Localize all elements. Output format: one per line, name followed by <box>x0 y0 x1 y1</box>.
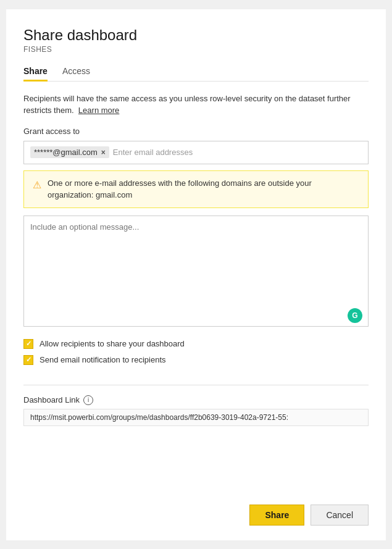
allow-share-checkbox-item: ✓ Allow recipients to share your dashboa… <box>23 339 369 349</box>
tab-access[interactable]: Access <box>62 61 90 81</box>
description-text: Recipients will have the same access as … <box>23 93 369 117</box>
tab-bar: Share Access <box>23 61 369 82</box>
checkbox-group: ✓ Allow recipients to share your dashboa… <box>23 339 369 365</box>
dashboard-link-url: https://msit.powerbi.com/groups/me/dashb… <box>23 409 369 426</box>
email-input-area[interactable]: ******@gmail.com × Enter email addresses <box>23 141 369 164</box>
dialog-footer: Share Cancel <box>23 495 369 526</box>
message-area-container: G <box>23 216 369 329</box>
checkmark-icon-2: ✓ <box>26 356 31 364</box>
cancel-button[interactable]: Cancel <box>311 505 369 526</box>
email-tag-text: ******@gmail.com <box>34 148 98 157</box>
dashboard-link-label-row: Dashboard Link i <box>23 395 369 405</box>
grant-access-label: Grant access to <box>23 127 369 136</box>
learn-more-link[interactable]: Learn more <box>78 106 119 115</box>
tab-share[interactable]: Share <box>23 61 48 81</box>
email-tag: ******@gmail.com × <box>30 146 109 158</box>
send-email-checkbox[interactable]: ✓ <box>23 355 33 365</box>
email-tag-remove-button[interactable]: × <box>101 148 106 157</box>
checkmark-icon: ✓ <box>26 340 31 348</box>
share-button[interactable]: Share <box>249 505 304 526</box>
dialog-title: Share dashboard <box>23 27 369 44</box>
divider <box>23 385 369 385</box>
send-email-label: Send email notification to recipients <box>40 355 166 364</box>
message-textarea[interactable] <box>23 216 369 327</box>
warning-text: One or more e-mail addresses with the fo… <box>48 177 359 201</box>
grammarly-icon: G <box>348 308 362 323</box>
warning-triangle-icon: ⚠ <box>33 178 41 193</box>
send-email-checkbox-item: ✓ Send email notification to recipients <box>23 355 369 365</box>
allow-share-label: Allow recipients to share your dashboard <box>40 339 185 348</box>
warning-box: ⚠ One or more e-mail addresses with the … <box>23 170 369 208</box>
allow-share-checkbox[interactable]: ✓ <box>23 339 33 349</box>
dashboard-link-section: Dashboard Link i https://msit.powerbi.co… <box>23 395 369 426</box>
info-icon[interactable]: i <box>83 395 93 405</box>
email-input-placeholder[interactable]: Enter email addresses <box>113 148 362 157</box>
dialog-subtitle: FISHES <box>23 45 369 54</box>
share-dashboard-dialog: Share dashboard FISHES Share Access Reci… <box>6 9 386 540</box>
dashboard-link-label-text: Dashboard Link <box>23 395 80 404</box>
